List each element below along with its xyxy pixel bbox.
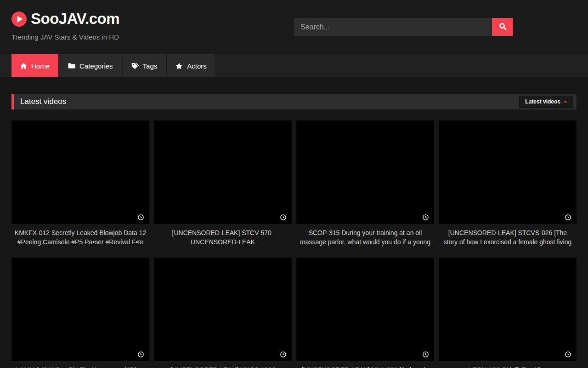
sort-dropdown[interactable]: Latest videos bbox=[519, 96, 573, 108]
video-card[interactable]: [UNCENSORED-LEAK] MXGS-1296 Absolutely bbox=[154, 258, 292, 368]
sort-dropdown-label: Latest videos bbox=[525, 98, 560, 105]
search-icon bbox=[499, 23, 507, 32]
play-circle-icon bbox=[11, 12, 27, 27]
clock-icon bbox=[565, 214, 571, 220]
clock-icon bbox=[138, 351, 144, 357]
tag-icon bbox=[131, 63, 139, 69]
video-thumbnail[interactable] bbox=[11, 121, 149, 224]
site-header: SooJAV.com Trending JAV Stars & Videos i… bbox=[0, 0, 588, 54]
video-thumbnail[interactable] bbox=[439, 121, 577, 224]
caret-down-icon bbox=[564, 101, 567, 103]
clock-icon bbox=[423, 351, 429, 357]
nav-item-label: Categories bbox=[79, 62, 113, 70]
nav-item-label: Home bbox=[31, 62, 50, 70]
video-card[interactable]: NAMH-042 H Cup Big Tits Newcomer (170cm … bbox=[11, 258, 149, 368]
video-card[interactable]: KMKFX-012 Secretly Leaked Blowjob Data 1… bbox=[11, 121, 149, 247]
video-card[interactable]: UPSM-186 Girl @ Era Alice bbox=[439, 258, 577, 368]
search-input[interactable] bbox=[294, 18, 492, 36]
clock-icon bbox=[280, 351, 286, 357]
video-title[interactable]: [UNCENSORED-LEAK] STCV-570-UNCENSORED-LE… bbox=[154, 224, 292, 247]
site-title: SooJAV.com bbox=[31, 10, 119, 28]
video-title[interactable]: [UNCENSORED-LEAK] MXGS-1296 Absolutely bbox=[154, 361, 292, 368]
video-thumbnail[interactable] bbox=[296, 258, 434, 361]
video-grid: KMKFX-012 Secretly Leaked Blowjob Data 1… bbox=[11, 121, 577, 368]
video-thumbnail[interactable] bbox=[296, 121, 434, 224]
video-title[interactable]: NAMH-042 H Cup Big Tits Newcomer (170cm … bbox=[11, 361, 149, 368]
video-thumbnail[interactable] bbox=[11, 258, 149, 361]
section-title: Latest videos bbox=[14, 97, 66, 106]
video-card[interactable]: [UNCENSORED-LEAK] STCVS-026 [The story o… bbox=[439, 121, 577, 247]
video-title[interactable]: KMKFX-012 Secretly Leaked Blowjob Data 1… bbox=[11, 224, 149, 247]
video-card[interactable]: SCOP-315 During your training at an oil … bbox=[296, 121, 434, 247]
video-thumbnail[interactable] bbox=[154, 121, 292, 224]
video-thumbnail[interactable] bbox=[439, 258, 577, 361]
site-logo[interactable]: SooJAV.com bbox=[11, 10, 119, 28]
nav-item-label: Tags bbox=[143, 62, 158, 70]
clock-icon bbox=[280, 214, 286, 220]
video-title[interactable]: [UNCENSORED-LEAK] MLA-231 [3 shots in bbox=[296, 361, 434, 368]
site-tagline: Trending JAV Stars & Videos in HD bbox=[11, 33, 119, 41]
main-nav: Home Categories Tags Actors bbox=[0, 54, 588, 77]
folder-icon bbox=[68, 63, 75, 69]
video-title[interactable]: [UNCENSORED-LEAK] STCVS-026 [The story o… bbox=[439, 224, 577, 247]
star-icon bbox=[175, 63, 183, 69]
video-thumbnail[interactable] bbox=[154, 258, 292, 361]
latest-videos-section-header: Latest videos Latest videos bbox=[11, 94, 577, 109]
search-bar bbox=[294, 18, 513, 36]
clock-icon bbox=[565, 351, 571, 357]
nav-item-home[interactable]: Home bbox=[11, 54, 59, 77]
home-icon bbox=[20, 63, 27, 69]
search-button[interactable] bbox=[492, 18, 513, 36]
video-title[interactable]: UPSM-186 Girl @ Era Alice bbox=[439, 361, 577, 368]
nav-item-label: Actors bbox=[187, 62, 207, 70]
clock-icon bbox=[138, 214, 144, 220]
nav-item-tags[interactable]: Tags bbox=[123, 54, 167, 77]
nav-item-categories[interactable]: Categories bbox=[59, 54, 123, 77]
nav-item-actors[interactable]: Actors bbox=[167, 54, 216, 77]
video-title[interactable]: SCOP-315 During your training at an oil … bbox=[296, 224, 434, 247]
video-card[interactable]: [UNCENSORED-LEAK] MLA-231 [3 shots in bbox=[296, 258, 434, 368]
clock-icon bbox=[423, 214, 429, 220]
video-card[interactable]: [UNCENSORED-LEAK] STCV-570-UNCENSORED-LE… bbox=[154, 121, 292, 247]
